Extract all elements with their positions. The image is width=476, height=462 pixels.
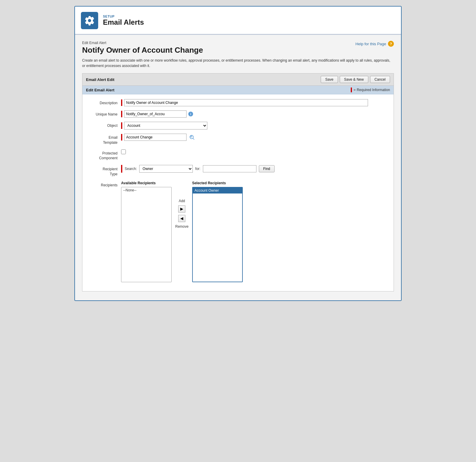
cancel-button[interactable]: Cancel bbox=[370, 76, 390, 83]
required-bar-icon bbox=[351, 88, 352, 92]
object-select[interactable]: Account Contact Lead Opportunity bbox=[124, 122, 207, 129]
email-template-row: EmailTemplate bbox=[88, 134, 388, 145]
recipient-type-label: RecipientType bbox=[88, 165, 121, 177]
object-row: Object Account Contact Lead Opportunity bbox=[88, 122, 388, 129]
object-field: Account Contact Lead Opportunity bbox=[121, 122, 388, 129]
unique-name-input[interactable] bbox=[124, 110, 187, 118]
unique-name-field: i bbox=[121, 110, 388, 118]
available-column: Available Recipients --None-- bbox=[121, 181, 172, 282]
selected-column: Selected Recipients Account Owner bbox=[192, 181, 243, 282]
recipient-search-select[interactable]: Owner User Role Public Group Email Field bbox=[139, 165, 193, 173]
remove-label: Remove bbox=[175, 224, 189, 229]
object-label: Object bbox=[88, 122, 121, 128]
lookup-icon[interactable] bbox=[189, 134, 195, 140]
unique-name-label: Unique Name bbox=[88, 110, 121, 117]
selected-listbox[interactable]: Account Owner bbox=[192, 187, 243, 282]
button-group: Save Save & New Cancel bbox=[321, 76, 390, 83]
section-header: Edit Email Alert = Required Information bbox=[82, 86, 394, 94]
recipients-boxes: Available Recipients --None-- Add ▶ ◀ bbox=[121, 181, 388, 282]
search-row: Search: Owner User Role Public Group Ema… bbox=[121, 165, 388, 173]
page-help-area: Help for this Page ? bbox=[356, 41, 394, 47]
header-text: SETUP Email Alerts bbox=[103, 15, 144, 26]
protected-component-row: ProtectedComponent bbox=[88, 149, 388, 161]
description-field bbox=[121, 99, 388, 106]
unique-name-required-icon bbox=[121, 111, 122, 117]
for-label: for: bbox=[195, 167, 200, 171]
protected-field bbox=[121, 149, 388, 154]
selected-account-owner-item[interactable]: Account Owner bbox=[193, 188, 242, 193]
unique-name-row: Unique Name i bbox=[88, 110, 388, 118]
form-card: Email Alert Edit Save Save & New Cancel … bbox=[82, 73, 394, 291]
add-button[interactable]: ▶ bbox=[178, 205, 185, 213]
edit-label: Edit Email Alert bbox=[82, 41, 394, 45]
add-remove-col: Add ▶ ◀ Remove bbox=[175, 181, 189, 229]
svg-line-1 bbox=[193, 138, 194, 140]
record-title: Notify Owner of Account Change bbox=[82, 46, 394, 55]
recipient-type-field: Search: Owner User Role Public Group Ema… bbox=[121, 165, 388, 176]
recipients-label: Recipients bbox=[88, 181, 121, 188]
recipient-type-row: RecipientType Search: Owner User Role Pu… bbox=[88, 165, 388, 177]
header-icon bbox=[81, 12, 98, 29]
recipient-required-icon bbox=[121, 165, 122, 173]
recipients-field: Available Recipients --None-- Add ▶ ◀ bbox=[121, 181, 388, 282]
top-row: Edit Email Alert Notify Owner of Account… bbox=[82, 41, 394, 55]
section-title: Edit Email Alert bbox=[86, 88, 115, 92]
find-button[interactable]: Find bbox=[259, 165, 275, 172]
form-card-title: Email Alert Edit bbox=[86, 77, 115, 82]
email-template-field bbox=[121, 134, 388, 141]
required-info: = Required Information bbox=[351, 88, 390, 92]
protected-label: ProtectedComponent bbox=[88, 149, 121, 161]
page-title: Email Alerts bbox=[103, 18, 144, 26]
recipients-row: Recipients Available Recipients --None-- bbox=[88, 181, 388, 282]
remove-button[interactable]: ◀ bbox=[178, 215, 185, 222]
email-template-label: EmailTemplate bbox=[88, 134, 121, 145]
required-label: = Required Information bbox=[354, 88, 390, 92]
description-required-icon bbox=[121, 99, 122, 106]
app-frame: SETUP Email Alerts Edit Email Alert Noti… bbox=[74, 6, 402, 301]
available-listbox[interactable]: --None-- bbox=[121, 187, 172, 282]
help-circle-icon[interactable]: ? bbox=[388, 41, 394, 47]
setup-label: SETUP bbox=[103, 15, 144, 18]
form-body: Description Unique Name i bbox=[82, 94, 394, 291]
content-area: Edit Email Alert Notify Owner of Account… bbox=[75, 35, 401, 300]
description-label: Description bbox=[88, 99, 121, 106]
search-for-input[interactable] bbox=[203, 165, 256, 172]
selected-label: Selected Recipients bbox=[192, 181, 243, 185]
description-text: Create an email alert to associate with … bbox=[82, 58, 394, 68]
object-required-icon bbox=[121, 122, 122, 129]
save-new-button[interactable]: Save & New bbox=[340, 76, 368, 83]
add-label: Add bbox=[179, 199, 185, 203]
email-template-input[interactable] bbox=[124, 134, 187, 141]
protected-checkbox[interactable] bbox=[121, 149, 126, 154]
description-input[interactable] bbox=[124, 99, 368, 106]
description-row: Description bbox=[88, 99, 388, 106]
form-card-header: Email Alert Edit Save Save & New Cancel bbox=[82, 74, 394, 86]
email-template-required-icon bbox=[121, 134, 122, 141]
help-link[interactable]: Help for this Page bbox=[356, 42, 386, 46]
page-header: SETUP Email Alerts bbox=[75, 7, 401, 35]
available-none-item[interactable]: --None-- bbox=[121, 187, 171, 193]
search-label: Search: bbox=[125, 167, 137, 171]
available-label: Available Recipients bbox=[121, 181, 172, 185]
info-icon[interactable]: i bbox=[188, 112, 193, 116]
save-button[interactable]: Save bbox=[321, 76, 338, 83]
